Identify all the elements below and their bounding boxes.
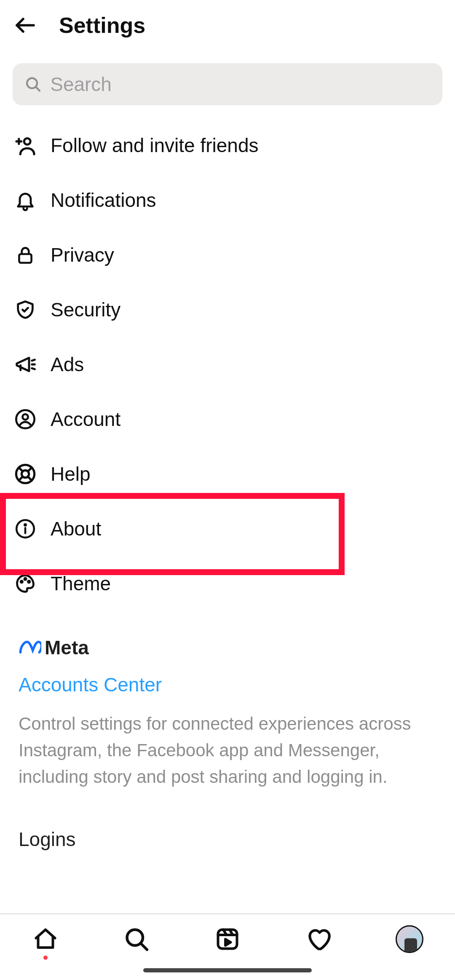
menu-item-security[interactable]: Security (13, 282, 442, 337)
search-input[interactable] (50, 73, 431, 96)
arrow-left-icon (13, 12, 38, 38)
meta-description: Control settings for connected experienc… (19, 710, 442, 790)
bell-icon (13, 187, 38, 213)
meta-brand: Meta (19, 636, 442, 659)
shield-check-icon (13, 297, 38, 322)
reels-icon (215, 926, 240, 952)
accounts-center-link[interactable]: Accounts Center (19, 673, 442, 696)
profile-avatar (396, 925, 423, 953)
nav-search[interactable] (122, 924, 151, 954)
nav-profile[interactable] (395, 924, 424, 954)
svg-point-1 (24, 138, 30, 145)
lock-icon (13, 242, 38, 268)
lifebuoy-icon (13, 461, 38, 487)
menu-item-account[interactable]: Account (13, 392, 442, 447)
menu-item-privacy[interactable]: Privacy (13, 228, 442, 282)
nav-reels[interactable] (213, 924, 242, 954)
menu-item-theme[interactable]: Theme (13, 556, 442, 611)
menu-item-label: Account (51, 408, 120, 431)
svg-point-11 (24, 578, 26, 580)
info-circle-icon (13, 516, 38, 541)
menu-item-label: Ads (51, 353, 84, 376)
page-title: Settings (59, 13, 145, 38)
search-box[interactable] (13, 63, 442, 105)
nav-activity[interactable] (304, 924, 333, 954)
menu-item-help[interactable]: Help (13, 447, 442, 501)
palette-icon (13, 571, 38, 596)
meta-section: Meta Accounts Center Control settings fo… (0, 611, 455, 790)
menu-item-label: Follow and invite friends (51, 134, 258, 157)
menu-item-label: Theme (51, 572, 111, 595)
menu-item-about[interactable]: About (13, 501, 442, 556)
svg-point-9 (24, 524, 26, 525)
menu-item-label: About (51, 517, 101, 540)
svg-point-10 (21, 581, 22, 583)
home-notification-dot (43, 956, 48, 960)
search-icon (124, 926, 149, 952)
menu-item-label: Notifications (51, 189, 156, 212)
menu-item-label: Help (51, 463, 91, 485)
meta-logo-icon (19, 640, 41, 656)
svg-point-4 (23, 414, 28, 420)
svg-rect-2 (19, 254, 31, 263)
heart-icon (305, 926, 332, 952)
home-icon (33, 926, 58, 952)
home-indicator (143, 968, 312, 972)
back-button[interactable] (13, 13, 38, 38)
menu-item-label: Privacy (51, 244, 114, 266)
person-circle-icon (13, 407, 38, 432)
add-person-icon (13, 133, 38, 158)
menu-item-notifications[interactable]: Notifications (13, 173, 442, 228)
meta-brand-text: Meta (45, 636, 89, 659)
nav-home[interactable] (31, 924, 60, 954)
settings-menu: Follow and invite friends Notifications … (0, 105, 455, 611)
header: Settings (0, 0, 455, 51)
logins-heading: Logins (0, 790, 455, 851)
menu-item-follow-invite[interactable]: Follow and invite friends (13, 118, 442, 173)
svg-point-12 (28, 581, 30, 583)
megaphone-icon (13, 352, 38, 377)
search-icon (24, 75, 42, 94)
menu-item-ads[interactable]: Ads (13, 337, 442, 392)
menu-item-label: Security (51, 298, 120, 321)
